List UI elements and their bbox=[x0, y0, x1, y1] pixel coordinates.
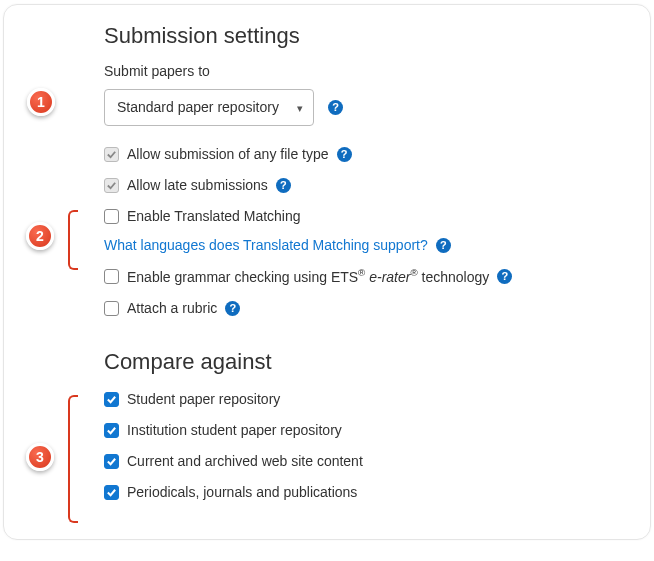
translated-matching-label: Enable Translated Matching bbox=[127, 206, 301, 227]
institution-repo-checkbox[interactable] bbox=[104, 423, 119, 438]
student-repo-checkbox[interactable] bbox=[104, 392, 119, 407]
allow-late-checkbox bbox=[104, 178, 119, 193]
web-content-label: Current and archived web site content bbox=[127, 451, 363, 472]
settings-panel: Submission settings Submit papers to Sta… bbox=[3, 4, 651, 540]
submission-settings-title: Submission settings bbox=[104, 23, 628, 49]
repository-select[interactable]: Standard paper repository ▾ bbox=[104, 89, 314, 126]
bracket-3 bbox=[68, 395, 78, 523]
periodicals-label: Periodicals, journals and publications bbox=[127, 482, 357, 503]
student-repo-label: Student paper repository bbox=[127, 389, 280, 410]
help-icon[interactable]: ? bbox=[337, 147, 352, 162]
grammar-checkbox[interactable] bbox=[104, 269, 119, 284]
repository-selected-value: Standard paper repository bbox=[117, 99, 279, 115]
allow-any-file-label: Allow submission of any file type bbox=[127, 144, 329, 165]
translated-matching-checkbox[interactable] bbox=[104, 209, 119, 224]
bracket-2 bbox=[68, 210, 78, 270]
grammar-label: Enable grammar checking using ETS® e-rat… bbox=[127, 266, 489, 288]
help-icon[interactable]: ? bbox=[328, 100, 343, 115]
compare-against-title: Compare against bbox=[104, 349, 628, 375]
attach-rubric-label: Attach a rubric bbox=[127, 298, 217, 319]
allow-any-file-checkbox bbox=[104, 147, 119, 162]
web-content-checkbox[interactable] bbox=[104, 454, 119, 469]
allow-late-label: Allow late submissions bbox=[127, 175, 268, 196]
callout-1: 1 bbox=[27, 88, 55, 116]
institution-repo-label: Institution student paper repository bbox=[127, 420, 342, 441]
help-icon[interactable]: ? bbox=[276, 178, 291, 193]
attach-rubric-checkbox[interactable] bbox=[104, 301, 119, 316]
chevron-down-icon: ▾ bbox=[297, 99, 303, 116]
callout-3: 3 bbox=[26, 443, 54, 471]
periodicals-checkbox[interactable] bbox=[104, 485, 119, 500]
help-icon[interactable]: ? bbox=[436, 238, 451, 253]
help-icon[interactable]: ? bbox=[497, 269, 512, 284]
help-icon[interactable]: ? bbox=[225, 301, 240, 316]
translated-languages-link[interactable]: What languages does Translated Matching … bbox=[104, 235, 428, 256]
callout-2: 2 bbox=[26, 222, 54, 250]
submit-papers-to-label: Submit papers to bbox=[104, 63, 628, 79]
